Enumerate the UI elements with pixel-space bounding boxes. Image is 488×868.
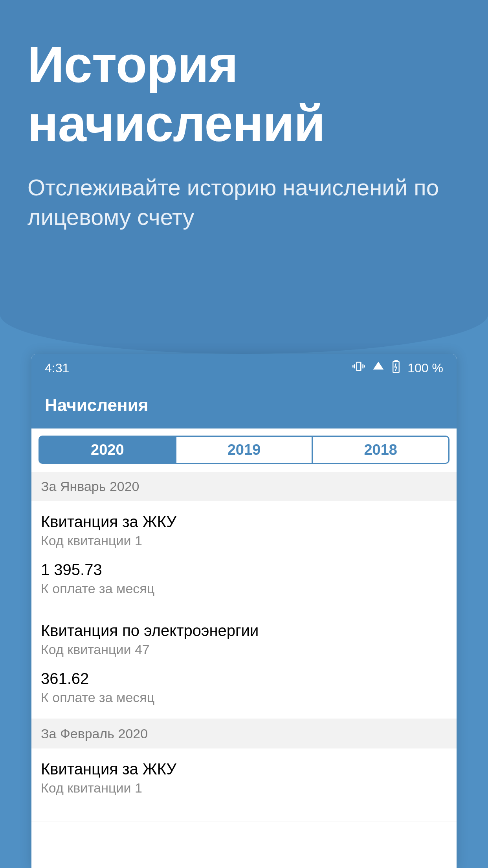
tab-label: 2018: [364, 441, 397, 458]
invoice-amount: 1 395.73: [41, 561, 447, 579]
section-header: За Январь 2020: [31, 472, 457, 501]
app-header-title: Начисления: [45, 395, 148, 415]
invoice-note: К оплате за месяц: [41, 581, 447, 596]
wifi-icon: [372, 360, 385, 376]
vibrate-icon: [352, 360, 365, 376]
status-time: 4:31: [45, 361, 69, 375]
svg-rect-6: [395, 360, 397, 362]
tab-2018[interactable]: 2018: [312, 436, 449, 464]
section-header-text: За Февраль 2020: [41, 726, 148, 741]
marketing-title-line2: начислений: [28, 95, 325, 152]
svg-rect-0: [357, 362, 361, 370]
app-header: Начисления: [31, 382, 457, 428]
invoice-item[interactable]: Квитанция за ЖКУ Код квитанции 1 1 395.7…: [31, 501, 457, 610]
marketing-subtitle: Отслеживайте историю начислений по лицев…: [0, 153, 488, 232]
invoice-item[interactable]: Квитанция за ЖКУ Код квитанции 1: [31, 748, 457, 822]
battery-icon: [392, 360, 400, 376]
tab-label: 2020: [91, 441, 124, 458]
invoice-code: Код квитанции 47: [41, 642, 447, 657]
tab-2020[interactable]: 2020: [39, 436, 175, 464]
status-bar: 4:31: [31, 354, 457, 382]
invoice-code: Код квитанции 1: [41, 533, 447, 548]
status-battery-text: 100 %: [407, 361, 443, 375]
section-header: За Февраль 2020: [31, 719, 457, 748]
section-header-text: За Январь 2020: [41, 479, 139, 494]
invoice-title: Квитанция за ЖКУ: [41, 513, 447, 531]
invoice-amount: 361.62: [41, 670, 447, 688]
tab-2019[interactable]: 2019: [175, 436, 312, 464]
phone-frame: 4:31: [31, 354, 457, 868]
status-right: 100 %: [352, 360, 443, 376]
invoice-note: К оплате за месяц: [41, 690, 447, 705]
invoice-title: Квитанция за ЖКУ: [41, 760, 447, 778]
marketing-title-line1: История: [28, 36, 238, 93]
year-tabs: 2020 2019 2018: [31, 428, 457, 472]
invoice-code: Код квитанции 1: [41, 780, 447, 796]
invoice-item[interactable]: Квитанция по электроэнергии Код квитанци…: [31, 610, 457, 719]
tab-label: 2019: [227, 441, 261, 458]
marketing-title: История начислений: [0, 0, 488, 153]
invoice-title: Квитанция по электроэнергии: [41, 622, 447, 640]
